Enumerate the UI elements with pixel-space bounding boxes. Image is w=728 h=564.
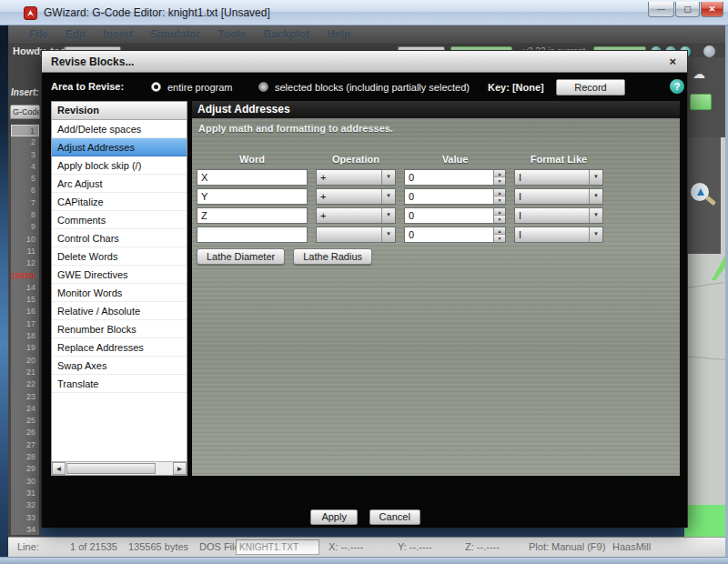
value-spinner-row1[interactable]: 0▲▼	[404, 169, 506, 186]
dropdown-arrow-icon[interactable]: ▼	[381, 170, 395, 185]
list-item-delete-words[interactable]: Delete Words	[52, 247, 187, 266]
radio-entire-program-label[interactable]: entire program	[167, 82, 233, 93]
line-number: 8	[11, 209, 39, 221]
list-item-swap-axes[interactable]: Swap Axes	[52, 357, 187, 375]
list-item-capitalize[interactable]: CAPitalize	[52, 193, 187, 211]
tab-gcode[interactable]: G-Code	[10, 105, 40, 119]
lathe-radius-button[interactable]: Lathe Radius	[293, 248, 372, 265]
value-spinner-row4-spin-buttons[interactable]: ▲▼	[493, 227, 505, 242]
spin-down-icon[interactable]: ▼	[493, 196, 505, 204]
record-button[interactable]: Record	[556, 79, 625, 96]
format-like-dropdown-row1[interactable]: I▼	[514, 169, 603, 186]
menu-edit[interactable]: Edit	[66, 28, 86, 41]
list-item-monitor-words[interactable]: Monitor Words	[52, 284, 187, 302]
dropdown-arrow-icon[interactable]: ▼	[589, 208, 602, 223]
spin-down-icon[interactable]: ▼	[493, 216, 505, 223]
value-spinner-row2-spin-buttons[interactable]: ▲▼	[493, 189, 505, 204]
spin-up-icon[interactable]: ▲	[493, 208, 505, 216]
minimize-button[interactable]: —	[648, 2, 674, 17]
menu-backplot[interactable]: Backplot	[263, 28, 309, 41]
dropdown-arrow-icon[interactable]: ▼	[589, 227, 602, 242]
list-item-renumber-blocks[interactable]: Renumber Blocks	[52, 320, 187, 338]
menu-insert[interactable]: Insert	[103, 28, 133, 41]
menu-file[interactable]: File	[29, 28, 48, 41]
line-number: 5	[11, 173, 39, 185]
line-number: 26	[11, 427, 39, 438]
window-titlebar: GWizard: G-Code Editor: knight1.txt [Uns…	[0, 0, 728, 25]
radio-entire-program[interactable]	[151, 82, 161, 92]
word-input-row3[interactable]	[197, 207, 308, 224]
radio-selected-blocks-label[interactable]: selected blocks (including partially sel…	[275, 82, 470, 93]
help-icon[interactable]: ?	[670, 79, 684, 94]
word-input-row2[interactable]	[197, 188, 308, 205]
scroll-right-icon[interactable]: ►	[173, 462, 187, 475]
apply-button[interactable]: Apply	[310, 509, 358, 525]
column-header-operation: Operation	[316, 152, 396, 166]
list-item-arc-adjust[interactable]: Arc Adjust	[52, 175, 187, 193]
spin-down-icon[interactable]: ▼	[493, 235, 505, 242]
list-item-add-delete-spaces[interactable]: Add/Delete spaces	[52, 120, 187, 138]
value-spinner-row4[interactable]: 0▲▼	[404, 227, 506, 243]
list-item-apply-block-skip[interactable]: Apply block skip (/)	[52, 156, 187, 175]
operation-dropdown-row4[interactable]: ▼	[316, 227, 396, 243]
cancel-button[interactable]: Cancel	[369, 509, 420, 525]
close-button[interactable]: ✕	[701, 2, 723, 17]
spin-up-icon[interactable]: ▲	[493, 189, 505, 196]
dropdown-arrow-icon[interactable]: ▼	[381, 208, 395, 223]
dialog-titlebar[interactable]: Revise Blocks... ×	[42, 51, 687, 73]
menu-tools[interactable]: Tools	[217, 28, 246, 41]
value-spinner-row3[interactable]: 0▲▼	[404, 207, 506, 224]
dropdown-arrow-icon[interactable]: ▼	[381, 227, 395, 242]
list-item-adjust-addresses[interactable]: Adjust Addresses	[52, 138, 187, 156]
cloud-icon[interactable]: ☁	[693, 66, 705, 81]
scroll-left-icon[interactable]: ◄	[52, 462, 66, 475]
revision-list-scrollbar[interactable]: ◄ ►	[52, 461, 187, 475]
dos-file-input[interactable]	[236, 539, 319, 555]
column-header-value: Value	[404, 152, 506, 166]
list-item-relative-absolute[interactable]: Relative / Absolute	[52, 302, 187, 320]
value-spinner-row3-spin-buttons[interactable]: ▲▼	[493, 208, 505, 223]
magnifier-icon[interactable]	[691, 183, 709, 201]
operation-dropdown-row3[interactable]: +▼	[316, 207, 396, 224]
area-to-revise-label: Area to Revise:	[51, 81, 124, 92]
list-item-translate[interactable]: Translate	[52, 375, 187, 393]
dialog-close-icon[interactable]: ×	[669, 55, 676, 68]
backplot-line	[686, 282, 724, 288]
list-item-replace-addresses[interactable]: Replace Addresses	[52, 338, 187, 357]
app-icon	[24, 6, 37, 20]
list-item-gwe-directives[interactable]: GWE Directives	[52, 266, 187, 284]
operation-dropdown-row3-value: +	[320, 210, 326, 221]
line-number: 17	[11, 318, 39, 330]
operation-dropdown-row1-value: +	[320, 172, 326, 183]
radio-selected-blocks[interactable]	[258, 82, 268, 92]
maximize-button[interactable]: ▢	[675, 2, 700, 17]
spin-down-icon[interactable]: ▼	[493, 177, 505, 185]
format-like-dropdown-row4[interactable]: I▼	[514, 227, 603, 243]
dropdown-arrow-icon[interactable]: ▼	[381, 189, 395, 204]
status-plot: Plot: Manual (F9)	[529, 541, 605, 552]
editor-left-panel: Insert: G-Code 12345678910111213020:1415…	[8, 57, 41, 537]
list-item-control-chars[interactable]: Control Chars	[52, 229, 187, 247]
dialog-title: Revise Blocks...	[51, 55, 134, 68]
operation-dropdown-row1[interactable]: +▼	[316, 169, 396, 186]
value-spinner-row1-spin-buttons[interactable]: ▲▼	[493, 170, 505, 185]
word-input-row1[interactable]	[197, 169, 308, 186]
operation-dropdown-row2[interactable]: +▼	[316, 188, 396, 205]
format-like-dropdown-row2[interactable]: I▼	[514, 188, 603, 205]
revise-blocks-dialog: Revise Blocks... × Area to Revise: entir…	[41, 50, 688, 528]
spin-up-icon[interactable]: ▲	[493, 227, 505, 235]
green-status-button[interactable]	[690, 94, 712, 110]
spin-up-icon[interactable]: ▲	[493, 170, 505, 177]
list-item-comments[interactable]: Comments	[52, 211, 187, 229]
word-input-row4[interactable]	[197, 227, 308, 243]
value-spinner-row2[interactable]: 0▲▼	[404, 188, 506, 205]
dropdown-arrow-icon[interactable]: ▼	[589, 189, 602, 204]
menu-simulator[interactable]: Simulator	[150, 28, 200, 41]
menu-help[interactable]: Help	[327, 28, 350, 41]
status-x: X: --.----	[329, 541, 363, 552]
dialog-actions: Apply Cancel	[42, 508, 689, 526]
lathe-diameter-button[interactable]: Lathe Diameter	[197, 248, 285, 265]
scrollbar-thumb[interactable]	[66, 463, 156, 474]
format-like-dropdown-row3[interactable]: I▼	[514, 207, 603, 224]
dropdown-arrow-icon[interactable]: ▼	[589, 170, 602, 185]
